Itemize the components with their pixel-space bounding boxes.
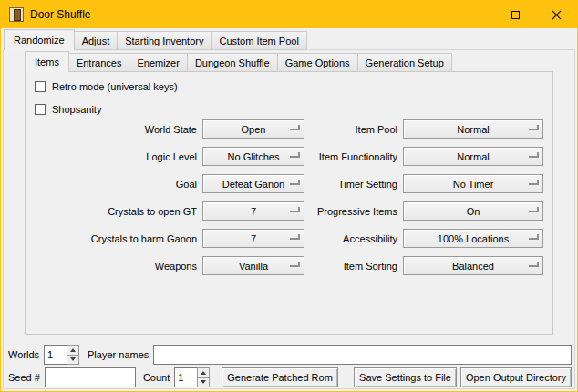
- world-state-value: Open: [242, 124, 266, 135]
- worlds-input[interactable]: [44, 345, 67, 365]
- up-arrow-icon: [70, 348, 76, 352]
- tab-enemizer[interactable]: Enemizer: [129, 53, 187, 72]
- crystals-open-gt-label: Crystals to open GT: [29, 206, 197, 217]
- crystals-open-gt-dropdown[interactable]: 7: [202, 201, 304, 221]
- up-arrow-icon: [201, 371, 206, 375]
- retro-mode-row: Retro mode (universal keys): [35, 80, 178, 93]
- item-pool-value: Normal: [457, 124, 489, 135]
- main-tab-bar: Randomize Adjust Starting Inventory Cust…: [4, 29, 307, 50]
- titlebar[interactable]: Door Shuffle: [1, 1, 577, 28]
- count-spinner: [174, 367, 210, 387]
- tab-adjust[interactable]: Adjust: [74, 31, 119, 50]
- logic-level-value: No Glitches: [228, 151, 280, 162]
- item-sorting-dropdown[interactable]: Balanced: [403, 256, 543, 275]
- down-arrow-icon: [70, 357, 76, 361]
- player-names-input[interactable]: [153, 345, 572, 365]
- item-sorting-label: Item Sorting: [310, 261, 397, 272]
- maximize-button[interactable]: [495, 1, 536, 28]
- settings-grid: World State Open Item Pool Normal Logic …: [29, 119, 543, 275]
- generate-patched-rom-button[interactable]: Generate Patched Rom: [222, 367, 338, 387]
- count-input[interactable]: [174, 367, 198, 387]
- accessibility-dropdown[interactable]: 100% Locations: [403, 229, 543, 248]
- dropdown-indicator-icon: [529, 207, 539, 212]
- crystals-harm-ganon-label: Crystals to harm Ganon: [29, 233, 197, 244]
- logic-level-label: Logic Level: [29, 151, 197, 162]
- window-title: Door Shuffle: [30, 8, 91, 21]
- worlds-spinner: [44, 345, 79, 365]
- dropdown-indicator-icon: [529, 125, 539, 130]
- world-state-label: World State: [29, 124, 197, 135]
- tab-custom-item-pool[interactable]: Custom Item Pool: [211, 31, 306, 50]
- window-controls: [454, 1, 577, 28]
- dropdown-indicator-icon: [290, 207, 300, 212]
- accessibility-value: 100% Locations: [438, 233, 509, 244]
- dropdown-indicator-icon: [290, 180, 300, 185]
- tab-dungeon-shuffle[interactable]: Dungeon Shuffle: [187, 53, 278, 72]
- dropdown-indicator-icon: [290, 234, 300, 240]
- seed-row: Seed # Count Generate Patched Rom Save S…: [8, 367, 572, 387]
- crystals-harm-ganon-dropdown[interactable]: 7: [202, 229, 304, 248]
- timer-setting-dropdown[interactable]: No Timer: [403, 174, 543, 193]
- weapons-value: Vanilla: [239, 261, 268, 272]
- settings-tab-bar: Items Entrances Enemizer Dungeon Shuffle…: [25, 51, 452, 72]
- count-spin-down-button[interactable]: [197, 377, 210, 388]
- worlds-spin-buttons: [67, 345, 79, 365]
- tab-starting-inventory[interactable]: Starting Inventory: [117, 31, 212, 50]
- close-icon: [551, 9, 563, 21]
- dropdown-indicator-icon: [290, 262, 300, 267]
- tab-items[interactable]: Items: [25, 51, 69, 72]
- app-window: Door Shuffle Randomize Adjust Starting I…: [0, 0, 578, 392]
- open-output-directory-button[interactable]: Open Output Directory: [460, 367, 572, 387]
- dropdown-indicator-icon: [529, 234, 539, 240]
- item-functionality-value: Normal: [457, 151, 489, 162]
- timer-setting-value: No Timer: [453, 179, 494, 190]
- shopsanity-label: Shopsanity: [52, 104, 101, 115]
- close-button[interactable]: [536, 1, 577, 28]
- count-label: Count: [143, 372, 170, 383]
- tab-generation-setup[interactable]: Generation Setup: [357, 53, 452, 72]
- count-spin-buttons: [197, 367, 210, 387]
- item-pool-label: Item Pool: [310, 124, 397, 135]
- weapons-dropdown[interactable]: Vanilla: [202, 256, 304, 275]
- item-functionality-label: Item Functionality: [310, 151, 397, 162]
- worlds-label: Worlds: [8, 349, 39, 360]
- crystals-harm-ganon-value: 7: [251, 233, 256, 244]
- item-sorting-value: Balanced: [452, 261, 494, 272]
- worlds-spin-down-button[interactable]: [67, 355, 79, 366]
- item-functionality-dropdown[interactable]: Normal: [403, 147, 543, 166]
- accessibility-label: Accessibility: [310, 233, 397, 244]
- tab-randomize[interactable]: Randomize: [4, 29, 75, 50]
- minimize-button[interactable]: [454, 1, 495, 28]
- progressive-items-label: Progressive Items: [310, 206, 397, 217]
- shopsanity-row: Shopsanity: [35, 103, 101, 116]
- weapons-label: Weapons: [29, 261, 197, 272]
- app-icon: [9, 7, 24, 22]
- timer-setting-label: Timer Setting: [310, 179, 397, 190]
- seed-input[interactable]: [45, 367, 136, 387]
- crystals-open-gt-value: 7: [251, 206, 256, 217]
- worlds-row: Worlds Player names: [8, 345, 572, 365]
- goal-value: Defeat Ganon: [222, 179, 285, 190]
- goal-label: Goal: [29, 179, 197, 190]
- retro-mode-checkbox[interactable]: [35, 81, 46, 92]
- world-state-dropdown[interactable]: Open: [202, 119, 304, 139]
- dropdown-indicator-icon: [529, 180, 539, 185]
- tab-entrances[interactable]: Entrances: [68, 53, 130, 72]
- dropdown-indicator-icon: [529, 262, 539, 267]
- seed-label: Seed #: [8, 372, 40, 383]
- minimize-icon: [470, 15, 480, 15]
- player-names-label: Player names: [88, 349, 149, 360]
- retro-mode-label: Retro mode (universal keys): [52, 81, 178, 92]
- shopsanity-checkbox[interactable]: [35, 104, 46, 115]
- logic-level-dropdown[interactable]: No Glitches: [202, 147, 304, 166]
- goal-dropdown[interactable]: Defeat Ganon: [202, 174, 304, 193]
- dropdown-indicator-icon: [529, 152, 539, 158]
- maximize-icon: [511, 11, 520, 19]
- progressive-items-value: On: [467, 206, 480, 217]
- dropdown-indicator-icon: [290, 152, 300, 158]
- dropdown-indicator-icon: [290, 125, 300, 130]
- tab-game-options[interactable]: Game Options: [277, 53, 358, 72]
- save-settings-button[interactable]: Save Settings to File: [354, 367, 457, 387]
- progressive-items-dropdown[interactable]: On: [403, 201, 543, 221]
- item-pool-dropdown[interactable]: Normal: [403, 119, 543, 139]
